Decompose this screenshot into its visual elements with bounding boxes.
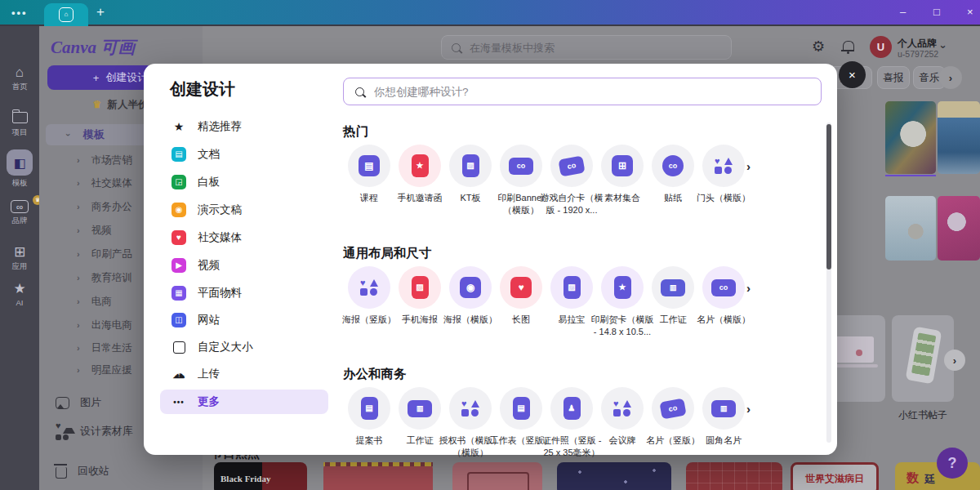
thumb-aids-day[interactable]: 世界艾滋病日 [791,462,879,490]
thumb-red-grid[interactable] [686,462,782,490]
rail-item-home[interactable]: ⌂ 首页 [0,65,39,92]
laptop-screen [835,336,874,363]
docs-icon: ▤ [172,147,186,162]
envelope-outline [467,472,529,490]
new-tab-button[interactable]: + [96,4,105,20]
titlebar-menu-button[interactable]: ••• [11,7,28,19]
profile-chevron-icon[interactable]: › [938,45,950,48]
rollup-banner-icon: ▨ [564,276,581,299]
icon-rail: ⌂ 首页 项目 ◧ 模板 co ♛ 品牌 ⊞ 应用 ★ AI [0,26,39,490]
rail-item-templates[interactable]: ◧ 模板 [0,149,39,189]
xiaohongshu-card-label: 小红书帖子 [892,408,954,422]
templates-icon: ◧ [7,149,33,176]
chevron-right-icon: › [77,365,80,375]
titlebar: ••• ⌂ + – □ × [0,0,980,26]
help-button[interactable]: ? [937,448,968,479]
chevron-right-icon: › [77,225,80,235]
thumb-envelope[interactable] [452,462,542,490]
meeting-sign-icon [613,400,631,416]
ai-sparkle-icon: ★ [13,282,25,296]
window-minimize-button[interactable]: – [900,7,906,17]
settings-gear-icon[interactable]: ⚙ [812,39,825,54]
plus-icon: + [93,72,100,84]
design-type-rounded-business-card[interactable]: ▥ 圆角名片 [688,387,760,447]
projects-folder-icon [12,112,28,123]
canva-logo: Canva 可画 [51,36,135,59]
long-image-icon: ♥ [510,277,532,298]
poster-landscape-icon: ◉ [460,277,481,298]
home-icon: ⌂ [16,65,24,79]
authorization-icon [461,400,479,416]
template-art-watercolor-panda[interactable] [885,196,936,261]
modal-menu-upload[interactable]: ☁↑ 上传 [160,362,328,386]
modal-menu-print-materials[interactable]: ▦ 平面物料 [160,281,328,305]
global-search-input[interactable] [468,41,700,55]
business-card-portrait-icon: co [659,398,686,419]
modal-menu-presentation[interactable]: ◉ 演示文稿 [160,198,328,222]
home-tab[interactable]: ⌂ [44,3,88,26]
poster-portrait-icon [360,279,378,296]
thumb-starry-night[interactable] [557,462,671,490]
crown-icon: ♛ [93,99,102,110]
brand-kit-icon: co [11,200,29,213]
modal-menu-website[interactable]: ◫ 网站 [160,308,328,332]
rail-item-ai[interactable]: ★ AI [0,282,39,307]
worksheet-icon: ▤ [513,397,530,420]
rounded-business-card-icon: ▥ [711,400,736,417]
game-intro-card-icon: co [558,155,585,176]
modal-menu-docs[interactable]: ▤ 文档 [160,142,328,167]
template-art-wave[interactable] [938,101,980,174]
sidebar-item-trash[interactable]: 回收站 [46,460,196,483]
window-close-button[interactable]: × [967,7,973,17]
modal-search[interactable] [343,78,822,105]
asset-collection-icon: ⊞ [612,155,633,176]
modal-scrollbar-thumb[interactable] [826,124,831,270]
template-art-stained-glass-panda[interactable] [885,101,936,174]
modal-menu-video[interactable]: ▶ 视频 [160,253,328,278]
rail-item-projects[interactable]: 项目 [0,112,39,138]
greeting-card-icon: ★ [614,276,631,299]
global-search[interactable] [441,35,732,60]
pills-more-button[interactable]: › [939,66,962,89]
phone-mockup [906,327,942,385]
thumb-bunting[interactable] [323,462,433,490]
modal-search-input[interactable] [372,85,784,99]
rail-item-apps[interactable]: ⊞ 应用 [0,245,39,272]
modal-close-button[interactable]: × [839,61,866,88]
laptop-base [831,364,878,368]
sticker-icon: co [662,155,684,176]
upload-cloud-icon: ☁↑ [172,367,186,381]
office-row-next-chevron[interactable]: › [746,402,751,416]
template-art-pink-panda[interactable] [938,196,980,261]
design-type-business-card-landscape[interactable]: co 名片（横版） [688,266,760,326]
work-badge-icon: ▥ [408,400,432,417]
design-type-storefront-sign[interactable]: 门头（横版） [688,145,760,204]
cards-next-button[interactable]: › [944,350,965,371]
section-title-hot: 热门 [343,123,368,140]
chevron-right-icon: › [77,296,80,306]
window-maximize-button[interactable]: □ [933,7,940,17]
notifications-bell-icon[interactable] [843,41,854,51]
chevron-right-icon: › [77,202,80,212]
avatar[interactable]: U [870,36,892,58]
modal-menu-custom-size[interactable]: 自定义大小 [160,335,328,359]
pill-good-news[interactable]: 喜报 [877,66,910,89]
kt-board-icon: ▨ [462,154,479,177]
thumb-black-friday[interactable]: Black Friday [214,462,307,490]
modal-title: 创建设计 [170,78,235,100]
chevron-right-icon: › [77,249,80,259]
featured-sparkle-icon: ★ [172,120,186,133]
more-dots-icon: ••• [172,398,186,407]
chevron-right-icon: › [77,320,80,330]
modal-menu-featured[interactable]: ★ 精选推荐 [160,114,328,139]
custom-size-icon [173,341,185,354]
layouts-row-next-chevron[interactable]: › [746,281,751,295]
rail-item-brand[interactable]: co ♛ 品牌 [0,200,39,226]
modal-menu-whiteboard[interactable]: ◲ 白板 [160,170,328,194]
work-badge-icon: ▥ [661,279,685,296]
search-icon [355,87,364,96]
modal-menu-more[interactable]: ••• 更多 [160,390,328,414]
hot-row-next-chevron[interactable]: › [746,159,751,173]
search-icon [452,43,461,52]
modal-menu-social-media[interactable]: ♥ 社交媒体 [160,225,328,250]
